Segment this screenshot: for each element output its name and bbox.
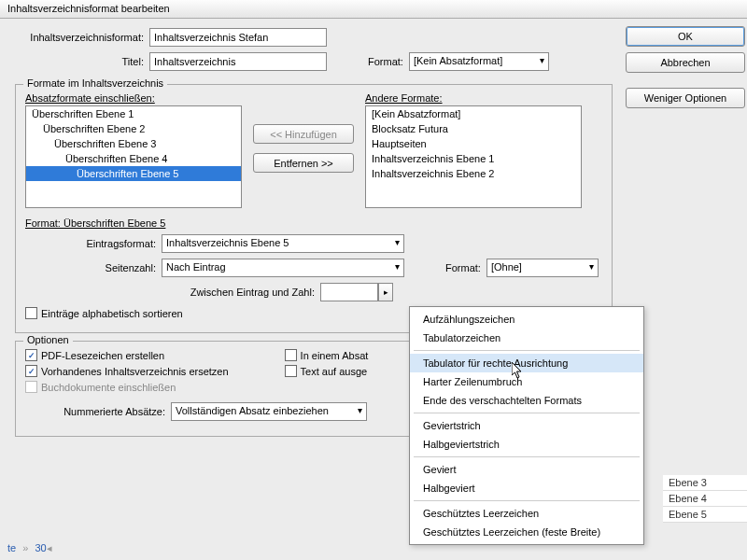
- styles-fieldset: Formate im Inhaltsverzeichnis Absatzform…: [15, 84, 613, 333]
- format2-select[interactable]: [Ohne]: [486, 259, 599, 277]
- list-item[interactable]: Inhaltsverzeichnis Ebene 2: [366, 166, 581, 181]
- special-char-flyout[interactable]: Aufzählungszeichen Tabulatorzeichen Tabu…: [409, 306, 644, 545]
- flyout-separator: [414, 456, 640, 457]
- flyout-item[interactable]: Harter Zeilenumbruch: [410, 372, 643, 391]
- toc-format-label: Inhaltsverzeichnisformat:: [15, 32, 144, 43]
- entry-format-select[interactable]: Inhaltsverzeichnis Ebene 5: [162, 234, 404, 253]
- page-indicator: te » 30◂: [7, 542, 52, 554]
- list-item[interactable]: Überschriften Ebene 4: [26, 151, 241, 166]
- pdf-checkbox[interactable]: [25, 349, 37, 361]
- flyout-item[interactable]: Geschütztes Leerzeichen: [410, 504, 643, 523]
- flyout-item[interactable]: Halbgeviert: [410, 479, 643, 497]
- flyout-separator: [414, 500, 640, 501]
- format-heading: Format: Überschriften Ebene 5: [25, 217, 602, 229]
- other-label: Andere Formate:: [365, 92, 582, 104]
- flyout-item[interactable]: Aufzählungszeichen: [410, 310, 643, 329]
- header-format-select[interactable]: [Kein Absatzformat]: [409, 52, 549, 71]
- list-item-selected[interactable]: Überschriften Ebene 5: [26, 166, 241, 181]
- numbered-label: Nummerierte Absätze:: [25, 406, 165, 417]
- list-item[interactable]: Blocksatz Futura: [366, 121, 581, 136]
- include-label: Absatzformate einschließen:: [25, 92, 242, 104]
- hidden-label: Text auf ausge: [301, 366, 368, 377]
- remove-button[interactable]: Entfernen >>: [253, 153, 354, 173]
- between-flyout-trigger[interactable]: ▸: [378, 283, 393, 301]
- flyout-item-hover[interactable]: Tabulator für rechte Ausrichtung: [410, 354, 643, 372]
- pdf-label: PDF-Lesezeichen erstellen: [41, 350, 164, 361]
- flyout-separator: [414, 350, 640, 351]
- sort-alpha-label: Einträge alphabetisch sortieren: [41, 308, 183, 319]
- less-options-button[interactable]: Weniger Optionen: [626, 88, 745, 108]
- toc-format-input[interactable]: [149, 28, 327, 47]
- between-label: Zwischen Eintrag und Zahl:: [25, 287, 315, 298]
- list-item: Ebene 4: [663, 491, 747, 507]
- window-titlebar: Inhaltsverzeichnisformat bearbeiten: [0, 0, 747, 19]
- window-title: Inhaltsverzeichnisformat bearbeiten: [7, 3, 170, 14]
- replace-checkbox[interactable]: [25, 365, 37, 377]
- flyout-item[interactable]: Geviertstrich: [410, 416, 643, 435]
- add-button[interactable]: << Hinzufügen: [253, 124, 354, 144]
- inframe-checkbox[interactable]: [285, 349, 297, 361]
- other-listbox[interactable]: [Kein Absatzformat] Blocksatz Futura Hau…: [365, 105, 582, 208]
- hidden-checkbox[interactable]: [285, 365, 297, 377]
- list-item[interactable]: Überschriften Ebene 3: [26, 136, 241, 151]
- background-list: Ebene 3 Ebene 4 Ebene 5: [663, 475, 747, 523]
- header-format-label: Format:: [368, 56, 403, 67]
- flyout-item[interactable]: Geviert: [410, 460, 643, 479]
- title-label: Titel:: [15, 56, 144, 67]
- flyout-item[interactable]: Geschütztes Leerzeichen (feste Breite): [410, 523, 643, 541]
- ok-button[interactable]: OK: [626, 26, 745, 47]
- list-item: Ebene 5: [663, 507, 747, 523]
- options-legend: Optionen: [23, 334, 73, 345]
- list-item[interactable]: [Kein Absatzformat]: [366, 106, 581, 121]
- numbered-select[interactable]: Vollständigen Absatz einbeziehen: [171, 402, 367, 421]
- cancel-button[interactable]: Abbrechen: [626, 52, 745, 73]
- flyout-item[interactable]: Ende des verschachtelten Formats: [410, 391, 643, 410]
- pagenum-select[interactable]: Nach Eintrag: [162, 259, 404, 277]
- sort-alpha-checkbox[interactable]: [25, 307, 37, 319]
- flyout-separator: [414, 413, 640, 413]
- entry-format-label: Eintragsformat:: [25, 238, 156, 249]
- format2-label: Format:: [445, 262, 481, 273]
- replace-label: Vorhandenes Inhaltsverzeichnis ersetzen: [41, 366, 229, 377]
- list-item[interactable]: Hauptseiten: [366, 136, 581, 151]
- book-checkbox: [25, 381, 37, 393]
- between-input[interactable]: [320, 283, 378, 301]
- list-item[interactable]: Inhaltsverzeichnis Ebene 1: [366, 151, 581, 166]
- list-item[interactable]: Überschriften Ebene 2: [26, 121, 241, 136]
- title-input[interactable]: [149, 52, 327, 71]
- list-item: Ebene 3: [663, 475, 747, 491]
- flyout-item[interactable]: Halbgeviertstrich: [410, 435, 643, 454]
- inframe-label: In einem Absat: [301, 350, 369, 361]
- list-item[interactable]: Überschriften Ebene 1: [26, 106, 241, 121]
- pagenum-label: Seitenzahl:: [25, 262, 156, 273]
- flyout-item[interactable]: Tabulatorzeichen: [410, 329, 643, 347]
- include-listbox[interactable]: Überschriften Ebene 1 Überschriften Eben…: [25, 105, 242, 208]
- styles-legend: Formate im Inhaltsverzeichnis: [23, 77, 167, 89]
- book-label: Buchdokumente einschließen: [41, 382, 176, 393]
